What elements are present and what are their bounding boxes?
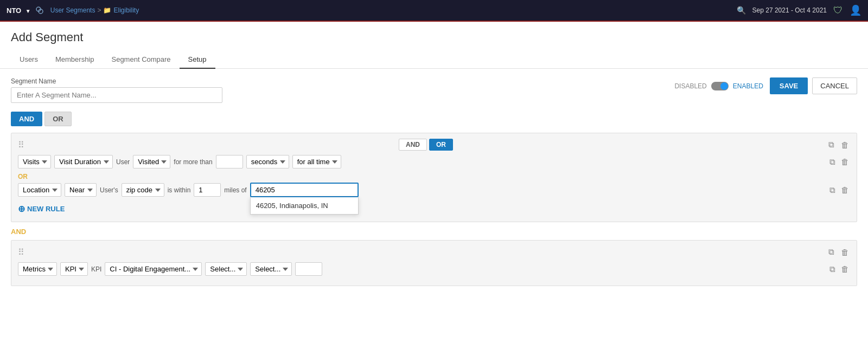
- rule-3-row: Metrics KPI KPI CI - Digital Engagement.…: [18, 262, 850, 276]
- toggle-row: DISABLED ENABLED: [674, 82, 763, 90]
- rule-group-1: ⠿ AND OR ⧉ 🗑 Visits Visit Duration Us: [11, 133, 857, 222]
- segment-name-row: Segment Name DISABLED ENABLED SAVE CANCE…: [11, 77, 857, 103]
- save-button[interactable]: SAVE: [770, 77, 808, 94]
- rule-3-subtype-select[interactable]: KPI: [60, 262, 88, 276]
- breadcrumb: User Segments > 📁 Eligibility: [50, 7, 139, 14]
- shield-icon[interactable]: 🛡: [833, 5, 843, 16]
- rule-3-select1[interactable]: Select...: [205, 262, 247, 276]
- rule-2-type-select[interactable]: Location: [18, 183, 61, 197]
- top-logic-buttons: AND OR: [11, 112, 857, 126]
- breadcrumb-parent[interactable]: User Segments: [50, 7, 95, 14]
- rule-1-visited-select[interactable]: Visited: [133, 155, 170, 168]
- group-1-delete-button[interactable]: 🗑: [840, 139, 850, 151]
- zip-input-wrapper: 46205, Indianapolis, IN: [250, 183, 359, 197]
- group-1-actions: ⧉ 🗑: [827, 139, 850, 151]
- rule-2-subtype-select[interactable]: Near: [65, 183, 97, 197]
- rule-2-delete-button[interactable]: 🗑: [840, 184, 850, 196]
- breadcrumb-folder-icon: 📁: [103, 7, 111, 14]
- rule-1-actions: ⧉ 🗑: [828, 156, 850, 168]
- drag-handle-1[interactable]: ⠿: [18, 140, 24, 150]
- group-2-actions: ⧉ 🗑: [827, 246, 850, 258]
- rule-3-value-input[interactable]: [295, 262, 322, 276]
- rule-2-copy-button[interactable]: ⧉: [828, 184, 837, 196]
- nav-icon-segments: [35, 6, 46, 15]
- rule-2-miles-label: miles of: [224, 186, 246, 194]
- toggle-switch[interactable]: [711, 82, 729, 90]
- rule-2-zipcode-select[interactable]: zip code: [122, 183, 164, 197]
- user-icon[interactable]: 👤: [850, 4, 861, 16]
- rule-3-kpi-select[interactable]: CI - Digital Engagement...: [105, 262, 202, 276]
- rule-2-row: Location Near User's zip code is within …: [18, 183, 850, 197]
- setup-content: Segment Name DISABLED ENABLED SAVE CANCE…: [0, 69, 868, 300]
- rule-group-2-header: ⠿ ⧉ 🗑: [18, 246, 850, 258]
- nav-logo[interactable]: NTO ▼: [7, 7, 31, 15]
- top-navigation: NTO ▼ User Segments > 📁 Eligibility 🔍 Se…: [0, 0, 868, 22]
- rule-1-delete-button[interactable]: 🗑: [840, 156, 850, 167]
- enabled-label: ENABLED: [733, 82, 763, 90]
- drag-handle-2[interactable]: ⠿: [18, 247, 24, 257]
- group-2-delete-button[interactable]: 🗑: [840, 247, 850, 258]
- rule-3-type-select[interactable]: Metrics: [18, 262, 57, 276]
- rule-3-copy-button[interactable]: ⧉: [828, 263, 837, 275]
- rule-1-type-select[interactable]: Visits: [18, 155, 51, 168]
- tab-users[interactable]: Users: [11, 51, 47, 69]
- group-1-or-button[interactable]: OR: [429, 139, 453, 151]
- rule-1-timerange-select[interactable]: for all time: [292, 155, 341, 168]
- page-title: Add Segment: [11, 30, 857, 44]
- toggle-dot: [720, 82, 728, 90]
- disabled-label: DISABLED: [674, 82, 706, 90]
- breadcrumb-current: Eligibility: [113, 7, 139, 14]
- group-1-and-button[interactable]: AND: [399, 139, 427, 151]
- rule-1-condition-label: for more than: [174, 158, 212, 166]
- rule-2-miles-input[interactable]: [194, 183, 221, 197]
- group-1-logic: AND OR: [399, 139, 453, 151]
- nav-left: NTO ▼ User Segments > 📁 Eligibility: [7, 6, 139, 15]
- or-button[interactable]: OR: [44, 112, 72, 126]
- rule-2-actions: ⧉ 🗑: [828, 184, 850, 196]
- segment-name-section: Segment Name: [11, 77, 674, 103]
- page-header: Add Segment Users Membership Segment Com…: [0, 22, 868, 69]
- zip-dropdown: 46205, Indianapolis, IN: [250, 197, 359, 215]
- new-rule-button[interactable]: ⊕ NEW RULE: [18, 202, 65, 216]
- rule-1-row: Visits Visit Duration User Visited for m…: [18, 155, 850, 168]
- nav-dropdown-arrow[interactable]: ▼: [25, 8, 31, 14]
- rule-1-value-input[interactable]: [216, 155, 243, 168]
- rule-3-kpi-label: KPI: [91, 265, 101, 273]
- rule-1-copy-button[interactable]: ⧉: [828, 156, 837, 168]
- nav-right: 🔍 Sep 27 2021 - Oct 4 2021 🛡 👤: [737, 4, 861, 16]
- new-rule-label: NEW RULE: [27, 205, 65, 213]
- rule-3-delete-button[interactable]: 🗑: [840, 263, 850, 275]
- rule-1-subtype-select[interactable]: Visit Duration: [54, 155, 113, 168]
- and-button[interactable]: AND: [11, 112, 42, 126]
- tab-bar: Users Membership Segment Compare Setup: [11, 51, 857, 68]
- segment-name-input[interactable]: [11, 87, 222, 103]
- segment-name-label: Segment Name: [11, 77, 674, 85]
- tab-setup[interactable]: Setup: [180, 51, 215, 69]
- or-connector: OR: [18, 173, 850, 180]
- tab-segment-compare[interactable]: Segment Compare: [103, 51, 179, 69]
- plus-icon: ⊕: [18, 204, 25, 214]
- rule-1-unit-select[interactable]: seconds: [246, 155, 289, 168]
- action-buttons: SAVE CANCEL: [770, 77, 857, 94]
- rule-2-condition-label: is within: [168, 186, 191, 194]
- rule-3-select2[interactable]: Select...: [250, 262, 292, 276]
- rule-2-users-label: User's: [100, 186, 118, 194]
- tab-membership[interactable]: Membership: [47, 51, 103, 69]
- logo-text: NTO: [7, 7, 21, 15]
- rule-group-1-header: ⠿ AND OR ⧉ 🗑: [18, 139, 850, 151]
- group-1-copy-button[interactable]: ⧉: [827, 139, 835, 151]
- and-connector: AND: [11, 228, 857, 236]
- zip-dropdown-item[interactable]: 46205, Indianapolis, IN: [251, 197, 358, 214]
- zip-code-input[interactable]: [250, 183, 359, 197]
- date-range: Sep 27 2021 - Oct 4 2021: [752, 7, 827, 14]
- search-icon[interactable]: 🔍: [737, 6, 746, 15]
- segment-name-right: DISABLED ENABLED SAVE CANCEL: [674, 77, 857, 94]
- rule-1-user-label: User: [116, 158, 130, 166]
- rule-group-2: ⠿ ⧉ 🗑 Metrics KPI KPI CI - Digital Engag…: [11, 240, 857, 286]
- main-content: Add Segment Users Membership Segment Com…: [0, 22, 868, 337]
- group-2-copy-button[interactable]: ⧉: [827, 246, 835, 258]
- breadcrumb-separator: >: [97, 7, 101, 14]
- cancel-button[interactable]: CANCEL: [812, 77, 857, 94]
- rule-3-actions: ⧉ 🗑: [828, 263, 850, 275]
